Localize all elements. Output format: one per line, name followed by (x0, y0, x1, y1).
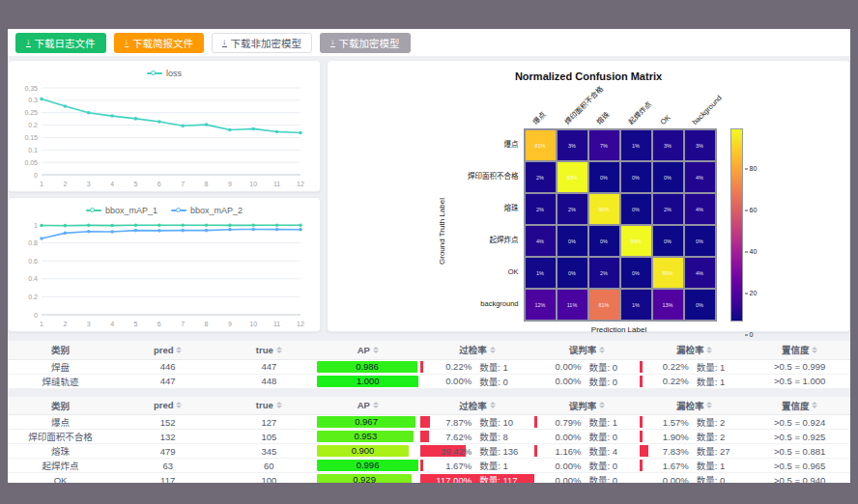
table-header-row: 类别predtrueAP过检率误判率漏检率置信度 (8, 397, 850, 415)
bbox-map-line-chart: 00.20.40.60.81123456789101112 (16, 219, 312, 330)
table-header-row: 类别predtrueAP过检率误判率漏检率置信度 (8, 341, 850, 359)
cm-colorbar: 020406080 (730, 128, 743, 334)
charts-row: loss00.050.10.150.20.250.30.351234567891… (8, 56, 850, 332)
column-header-label: 漏检率 (676, 343, 704, 356)
cm-cell: 0% (684, 225, 716, 257)
sort-icon[interactable] (176, 402, 182, 408)
cm-row-label: 爆点 (448, 128, 524, 160)
column-header-误判率[interactable]: 误判率 (534, 341, 640, 359)
download-button-2[interactable]: ↓下载简报文件 (114, 33, 205, 53)
bbox-map-chart-card: bbox_mAP_1bbox_mAP_200.20.40.60.81123456… (8, 197, 321, 332)
sort-icon[interactable] (706, 402, 712, 408)
column-header-误判率[interactable]: 误判率 (534, 397, 640, 415)
cell-true: 60 (222, 459, 315, 473)
cm-grid-zone: 爆点焊印面积不合格熔珠起焊炸点OKbackground 81%3%7%1%3%3… (524, 82, 717, 334)
cell-category: 焊盘 (8, 359, 113, 374)
ap-bar: 0.986 (317, 361, 417, 373)
sort-icon[interactable] (373, 402, 379, 408)
column-header-AP[interactable]: AP (315, 397, 420, 415)
download-button-label: 下载日志文件 (35, 36, 96, 50)
sort-icon[interactable] (490, 347, 496, 353)
rate-count: 数量: 0 (588, 430, 629, 443)
sort-icon[interactable] (373, 347, 379, 353)
svg-text:9: 9 (228, 181, 232, 187)
metrics-table-1: 类别predtrueAP过检率误判率漏检率置信度焊盘4464470.9860.2… (8, 341, 850, 389)
svg-text:0.15: 0.15 (24, 134, 38, 141)
rate-percent: 0.00% (544, 376, 581, 386)
sort-icon[interactable] (812, 347, 817, 353)
svg-text:0.25: 0.25 (24, 109, 38, 116)
sort-icon[interactable] (599, 402, 605, 408)
column-header-AP[interactable]: AP (315, 341, 420, 359)
column-header-置信度[interactable]: 置信度 (749, 397, 850, 415)
column-header-label: 类别 (51, 343, 70, 356)
cm-cell: 1% (620, 289, 652, 321)
rate-count: 数量: 0 (479, 375, 520, 388)
column-header-pred[interactable]: pred (113, 397, 222, 415)
column-header-过检率[interactable]: 过检率 (420, 341, 534, 359)
column-header-label: AP (358, 400, 370, 410)
rate-count: 数量: 2 (697, 415, 737, 429)
cm-cell: 93% (620, 225, 652, 257)
column-header-过检率[interactable]: 过检率 (420, 397, 534, 415)
sort-icon[interactable] (812, 402, 817, 408)
sort-icon[interactable] (599, 347, 605, 353)
svg-text:12: 12 (297, 181, 304, 187)
cell-ap: 0.967 (315, 415, 420, 430)
cm-cell: 0% (652, 225, 684, 257)
cell-miss-rate: 1.57%数量: 2 (640, 415, 749, 430)
sort-icon[interactable] (490, 402, 496, 408)
sort-icon[interactable] (276, 402, 282, 408)
download-icon: ↓ (330, 38, 335, 47)
cm-cell: 0% (620, 193, 652, 225)
column-header-漏检率[interactable]: 漏检率 (640, 397, 749, 415)
cell-true: 345 (222, 444, 315, 459)
cm-cell: 2% (652, 193, 684, 225)
rate-percent: 7.62% (435, 432, 472, 442)
cm-column-label: 起焊炸点 (625, 98, 653, 126)
download-button-label: 下载加密模型 (339, 36, 400, 50)
cell-true: 447 (222, 359, 315, 374)
cm-cell: 3% (557, 129, 588, 161)
legend-item-loss[interactable]: loss (147, 69, 182, 78)
column-header-label: true (256, 400, 273, 410)
svg-text:6: 6 (157, 321, 161, 327)
cm-cell: 61% (588, 289, 620, 321)
confusion-matrix: Normalized Confusion Matrix Ground Truth… (331, 67, 845, 325)
cm-column-label: 爆点 (529, 109, 547, 126)
cell-miss-rate: 1.90%数量: 2 (640, 430, 749, 444)
sort-icon[interactable] (706, 347, 712, 353)
confusion-matrix-body: Ground Truth Label 爆点焊印面积不合格熔珠起焊炸点OKback… (435, 82, 743, 334)
legend-marker-icon (171, 207, 186, 214)
column-header-类别: 类别 (8, 341, 113, 359)
download-button-4[interactable]: ↓下载加密模型 (320, 33, 411, 53)
legend-item-bbox_mAP_2[interactable]: bbox_mAP_2 (171, 206, 243, 215)
column-header-pred[interactable]: pred (113, 341, 222, 359)
rate-percent: 1.67% (652, 461, 689, 471)
download-button-3[interactable]: ↓下载非加密模型 (212, 33, 312, 53)
cell-misjudge-rate: 0.00%数量: 0 (534, 374, 640, 388)
column-header-置信度[interactable]: 置信度 (749, 341, 850, 359)
column-header-漏检率[interactable]: 漏检率 (640, 341, 749, 359)
column-header-label: 误判率 (569, 399, 597, 412)
cell-miss-rate: 0.22%数量: 1 (640, 359, 749, 374)
column-header-true[interactable]: true (222, 397, 315, 415)
sort-icon[interactable] (176, 347, 182, 353)
rate-percent: 0.00% (544, 475, 581, 484)
cm-cell: 1% (525, 257, 557, 289)
svg-text:0.05: 0.05 (24, 159, 38, 166)
sort-icon[interactable] (276, 347, 282, 353)
column-header-true[interactable]: true (222, 341, 315, 359)
cm-colorbar-gradient (730, 128, 743, 322)
svg-text:2: 2 (63, 321, 67, 327)
svg-text:6: 6 (157, 181, 161, 187)
download-button-1[interactable]: ↓下载日志文件 (15, 33, 106, 53)
legend-item-bbox_mAP_1[interactable]: bbox_mAP_1 (86, 206, 157, 215)
svg-text:1: 1 (40, 321, 43, 327)
cm-row-label: 焊印面积不合格 (448, 160, 524, 192)
cm-colorbar-tick: 60 (745, 206, 758, 212)
rate-count: 数量: 1 (697, 375, 737, 388)
svg-text:12: 12 (297, 321, 304, 327)
legend-label: loss (166, 69, 182, 78)
ap-bar: 0.900 (317, 445, 409, 457)
